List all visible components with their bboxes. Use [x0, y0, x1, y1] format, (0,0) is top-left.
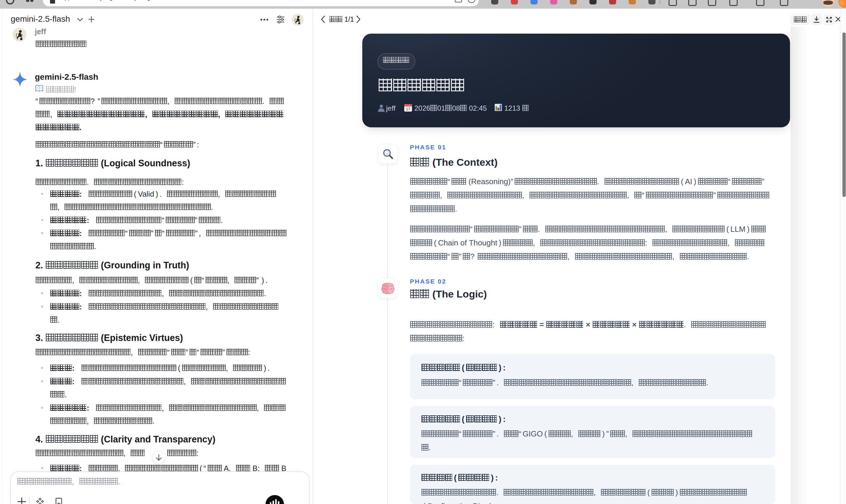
- svg-text:17: 17: [406, 107, 410, 111]
